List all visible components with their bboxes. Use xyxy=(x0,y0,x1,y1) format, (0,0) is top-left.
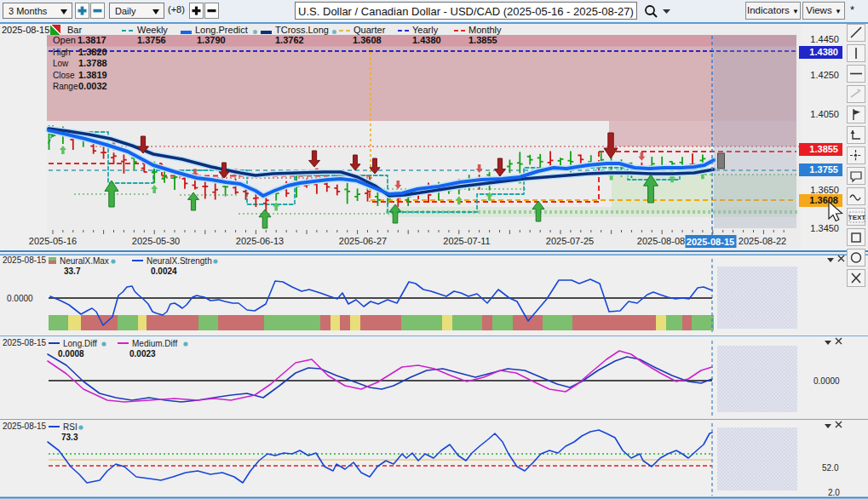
svg-text:2025-07-25: 2025-07-25 xyxy=(546,236,594,246)
svg-text:52.0: 52.0 xyxy=(822,463,839,473)
svg-text:TEXT: TEXT xyxy=(848,214,866,221)
svg-text:2025-08-15: 2025-08-15 xyxy=(3,255,47,265)
svg-text:2025-06-13: 2025-06-13 xyxy=(236,236,284,246)
svg-text:33.7: 33.7 xyxy=(64,267,81,276)
svg-text:1.3450: 1.3450 xyxy=(810,223,839,233)
svg-text:73.3: 73.3 xyxy=(61,433,78,442)
svg-text:2025-05-16: 2025-05-16 xyxy=(29,236,77,246)
svg-text:0.0024: 0.0024 xyxy=(151,267,177,276)
svg-text:1.3855: 1.3855 xyxy=(809,144,838,154)
svg-text:0.0000: 0.0000 xyxy=(813,376,840,386)
svg-text:1.4380: 1.4380 xyxy=(809,47,838,57)
svg-text:Medium.Diff: Medium.Diff xyxy=(132,339,177,348)
svg-text:1.4050: 1.4050 xyxy=(810,109,839,119)
svg-text:NeuralX.Strength: NeuralX.Strength xyxy=(147,256,212,266)
svg-text:0.0000: 0.0000 xyxy=(7,294,33,303)
svg-text:Long.Diff: Long.Diff xyxy=(63,339,97,348)
svg-text:1.3608: 1.3608 xyxy=(809,195,838,205)
svg-text:2025-06-27: 2025-06-27 xyxy=(339,236,387,246)
svg-text:1.3650: 1.3650 xyxy=(810,185,839,195)
svg-text:2025-08-15: 2025-08-15 xyxy=(3,422,47,431)
svg-text:2025-08-15: 2025-08-15 xyxy=(687,237,734,247)
svg-text:NeuralX.Max: NeuralX.Max xyxy=(60,256,109,266)
svg-text:1.4250: 1.4250 xyxy=(810,70,839,80)
svg-text:2025-08-08: 2025-08-08 xyxy=(637,236,685,246)
svg-text:2025-07-11: 2025-07-11 xyxy=(443,236,490,246)
svg-text:0.0023: 0.0023 xyxy=(129,349,156,358)
svg-text:2025-08-15: 2025-08-15 xyxy=(3,338,47,347)
svg-text:2025-08-22: 2025-08-22 xyxy=(739,236,786,246)
svg-text:RSI: RSI xyxy=(63,422,78,432)
svg-text:1.3755: 1.3755 xyxy=(809,164,838,175)
svg-text:0.0008: 0.0008 xyxy=(58,349,84,358)
svg-text:2.0: 2.0 xyxy=(828,488,840,497)
svg-text:2025-05-30: 2025-05-30 xyxy=(132,236,180,246)
